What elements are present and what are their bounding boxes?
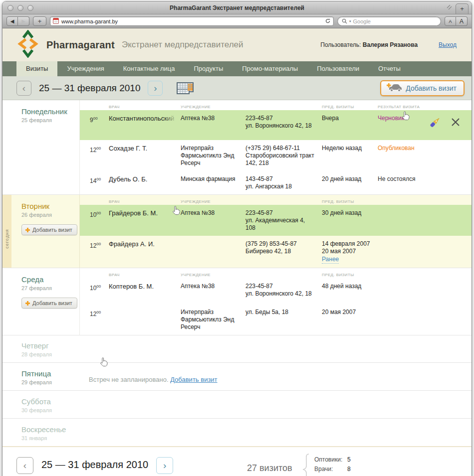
search-placeholder[interactable]: Google [353,18,371,24]
week-range-footer: 25 — 31 февраля 2010 [41,459,148,471]
visit-doctor: Грайдеров Б. М. [109,209,178,217]
visit-row[interactable]: 1000 Коптеров Б. М. Аптека №38 223-45-87… [80,278,472,304]
day-date: 30 февраля [21,407,80,413]
brand-name: Pharmagarant [46,39,115,51]
cancel-visit-icon[interactable] [451,118,460,127]
visit-row[interactable]: 1200 Фрайдерз А. И. (375 29) 853-45-87Би… [80,236,472,268]
visit-prev: Неделю назад [322,145,378,152]
day-name: Понедельник [21,107,79,116]
column-headers: ВРАЧ УЧРЕЖДЕНИЕ ПРЕД. ВИЗИТЫ [80,195,472,205]
search-icon [342,17,347,26]
app-subtitle: Экстранет медпредставителей [122,40,243,50]
today-strip: сегодня [2,195,11,268]
add-visit-link[interactable]: Добавить визит [170,376,217,383]
day-date: 26 февраля [21,212,79,218]
add-visit-small-button[interactable]: Добавить визит [21,298,77,309]
resize-grip-icon [446,3,453,12]
day-section-monday: Понедельник 25 февраля ВРАЧ УЧРЕЖДЕНИЕ П… [2,100,472,194]
visit-contact: 143-45-87ул. Ангарская 18 [245,175,322,190]
tab-reports[interactable]: Отчеты [369,61,410,76]
main-nav: Визиты Учреждения Контактные лица Продук… [2,61,472,76]
visit-prev: 14 февраля 2007 20 мая 2007 Ранее [322,240,378,264]
url-text[interactable]: www.pharma-garant.by [61,18,322,24]
earlier-visits-link[interactable]: Ранее [322,256,339,264]
prev-week-button[interactable]: ‹ [16,81,31,96]
tab-visits[interactable]: Визиты [16,61,57,76]
day-name: Четверг [21,341,80,350]
total-visits: 27 визитов [247,463,292,474]
visit-row[interactable]: 1400 Дубель О. Б. Минская фармация 143-4… [80,171,472,194]
day-name: Среда [21,275,79,284]
day-section-thursday: Четверг 28 февраля [2,335,472,362]
prev-week-button-footer[interactable]: ‹ [16,457,33,474]
week-schedule: Понедельник 25 февраля ВРАЧ УЧРЕЖДЕНИЕ П… [2,100,472,446]
visit-contact: 223-45-87ул. Воронянского 42, 18 [245,115,322,130]
visit-contact: ул. Беды 5а, 18 [245,309,322,316]
visit-stats: Оптовики:5 Врачи:8 Аптеки:14 [314,455,354,476]
visit-row[interactable]: 1200 Интерпрайз Фармсьютиклз Энд Ресерч … [80,304,472,335]
visit-status[interactable]: Опубликован [378,145,429,152]
next-week-button[interactable]: › [148,81,163,96]
visit-contact: (375 29) 853-45-87Бибирево 42, 18 [245,240,322,255]
visit-row[interactable]: 1200 Сохадзе Г. Т. Интерпрайз Фармсьютик… [80,140,472,171]
day-name: Вторник [21,202,79,210]
tab-products[interactable]: Продукты [185,61,233,76]
visit-row[interactable]: 1000 Грайдеров Б. М. Аптека №38 223-45-8… [80,205,472,236]
tab-users[interactable]: Пользователи [307,61,369,76]
day-date: 27 февраля [21,285,79,291]
visit-institution: Аптека №38 [181,209,245,217]
text-bigger-button[interactable]: A [456,16,468,26]
add-visit-small-button[interactable]: Добавить визит [21,224,77,235]
visit-institution: Аптека №38 [181,283,245,290]
visit-institution: Интерпрайз Фармсьютиклз Энд Ресерч [181,309,245,331]
search-input[interactable]: ▾ Google [337,16,441,26]
visit-doctor: Фрайдерз А. И. [109,240,178,248]
address-bar[interactable]: www.pharma-garant.by [50,16,334,26]
today-label: сегодня [4,229,9,249]
visit-prev: 48 дней назад [322,283,378,290]
user-line: Пользователь: Валерия Рязанова [320,41,418,48]
column-headers: ВРАЧ УЧРЕЖДЕНИЕ ПРЕД. ВИЗИТЫ РЕЗУЛЬТАТ В… [80,100,472,110]
day-name: Пятница [21,369,80,378]
visit-row[interactable]: 900 Константинопольский Аптека №38 223-4… [80,110,472,140]
add-visit-button[interactable]: Добавить визит [380,80,465,96]
browser-window: PharmaGarant Экстранет медпредставителей… [2,1,472,476]
new-tab-button[interactable]: + [456,3,469,14]
visit-status: Не состоялся [378,175,429,183]
app-header: Pharmagarant Экстранет медпредставителей… [2,28,472,61]
forward-button[interactable]: ▶ [18,16,29,26]
visit-contact: 223-45-87ул. Академическая 4, 108 [245,209,322,232]
edit-pen-icon[interactable] [429,116,442,129]
logout-link[interactable]: Выход [439,41,457,48]
visit-contact: 223-45-87ул. Воронянского 42, 18 [245,283,322,298]
visit-contact: (+375 29) 648-67-11Староборисовский трак… [245,145,322,167]
day-section-tuesday: сегодня Вторник 26 февраля Добавить визи… [2,194,472,268]
calendar-view-icon[interactable] [177,82,194,94]
site-favicon [53,17,59,26]
visit-doctor: Дубель О. Б. [109,175,178,183]
search-engine-caret-icon[interactable]: ▾ [349,19,351,23]
week-toolbar: ‹ 25 — 31 февраля 2010 › Добавить визит [2,76,472,100]
day-date: 25 февраля [21,117,79,123]
tab-contacts[interactable]: Контактные лица [114,61,185,76]
add-bookmark-button[interactable]: + [33,16,46,26]
plus-icon [25,301,30,306]
text-smaller-button[interactable]: A [445,16,456,26]
back-button[interactable]: ◀ [6,16,18,26]
brace-decoration [302,453,310,476]
reload-icon[interactable] [325,17,331,26]
day-date: 28 февраля [21,351,80,357]
tab-promo[interactable]: Промо-материалы [233,61,307,76]
visit-prev: Вчера [322,115,378,122]
day-section-saturday: Суббота 30 февраля [2,390,472,418]
visit-doctor: Сохадзе Г. Т. [109,145,178,152]
window-titlebar: PharmaGarant Экстранет медпредставителей… [2,1,472,14]
visit-status[interactable]: Черновик [378,115,429,122]
browser-toolbar: ◀ ▶ + www.pharma-garant.by ▾ Google A A [2,14,472,28]
tab-institutions[interactable]: Учреждения [57,61,113,76]
column-headers: ВРАЧ УЧРЕЖДЕНИЕ ПРЕД. ВИЗИТЫ [80,268,472,278]
day-section-friday: Пятница 29 февраля Встреч не запланирова… [2,362,472,390]
window-title: PharmaGarant Экстранет медпредставителей [2,4,472,11]
next-week-button-footer[interactable]: › [156,457,173,474]
pharmagarant-logo-icon [16,30,39,60]
